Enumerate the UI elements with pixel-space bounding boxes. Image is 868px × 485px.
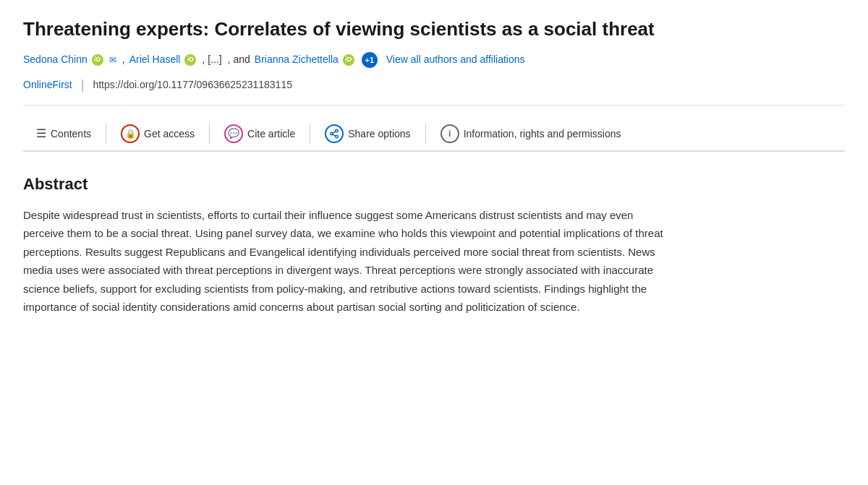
metadata-row: OnlineFirst | https://doi.org/10.1177/09… bbox=[23, 75, 845, 106]
info-icon: i bbox=[441, 124, 459, 143]
toolbar-divider-2 bbox=[209, 124, 210, 144]
quote-icon: 💬 bbox=[224, 124, 243, 143]
contents-icon: ☰ bbox=[36, 126, 46, 140]
information-label: Information, rights and permissions bbox=[464, 128, 621, 140]
author-sedona-chinn[interactable]: Sedona Chinn bbox=[23, 52, 88, 67]
author-and: , and bbox=[228, 52, 250, 67]
toolbar-share-options[interactable]: Share options bbox=[312, 117, 423, 150]
extra-authors-badge[interactable]: +1 bbox=[362, 52, 378, 68]
author-separator-1: , bbox=[122, 52, 125, 67]
online-first-link[interactable]: OnlineFirst bbox=[23, 77, 72, 93]
metadata-separator: | bbox=[81, 75, 85, 95]
author-brianna-zichettella[interactable]: Brianna Zichettella bbox=[255, 52, 339, 67]
share-options-label: Share options bbox=[348, 128, 410, 140]
svg-line-3 bbox=[333, 134, 336, 136]
authors-row: Sedona Chinn iD ✉ , Ariel Hasell iD , [.… bbox=[23, 52, 845, 68]
toolbar-get-access[interactable]: 🔒 Get access bbox=[108, 117, 208, 150]
article-title: Threatening experts: Correlates of viewi… bbox=[23, 17, 845, 42]
orcid-badge-brianna: iD bbox=[343, 54, 354, 66]
abstract-title: Abstract bbox=[23, 172, 845, 196]
orcid-badge-sedona: iD bbox=[92, 54, 103, 66]
abstract-section: Abstract Despite widespread trust in sci… bbox=[23, 172, 845, 317]
view-all-authors-link[interactable]: View all authors and affiliations bbox=[386, 52, 525, 67]
author-separator-2: , [...] bbox=[202, 52, 221, 67]
author-ariel-hasell[interactable]: Ariel Hasell bbox=[129, 52, 181, 67]
cite-article-label: Cite article bbox=[247, 128, 295, 140]
abstract-text: Despite widespread trust in scientists, … bbox=[23, 206, 674, 317]
contents-label: Contents bbox=[51, 128, 91, 140]
toolbar-cite-article[interactable]: 💬 Cite article bbox=[211, 117, 308, 150]
svg-line-4 bbox=[333, 132, 336, 133]
article-toolbar: ☰ Contents 🔒 Get access 💬 Cite article S… bbox=[23, 117, 845, 152]
toolbar-divider-3 bbox=[310, 124, 310, 144]
share-icon bbox=[325, 124, 344, 143]
toolbar-information[interactable]: i Information, rights and permissions bbox=[427, 117, 634, 150]
toolbar-divider-4 bbox=[425, 124, 426, 144]
toolbar-divider-1 bbox=[106, 124, 106, 144]
toolbar-contents[interactable]: ☰ Contents bbox=[23, 119, 104, 147]
get-access-label: Get access bbox=[144, 128, 195, 140]
email-icon-sedona[interactable]: ✉ bbox=[109, 53, 116, 66]
orcid-badge-ariel: iD bbox=[184, 54, 196, 66]
lock-icon: 🔒 bbox=[121, 124, 140, 143]
doi-text: https://doi.org/10.1177/0963662523118311… bbox=[93, 77, 292, 93]
